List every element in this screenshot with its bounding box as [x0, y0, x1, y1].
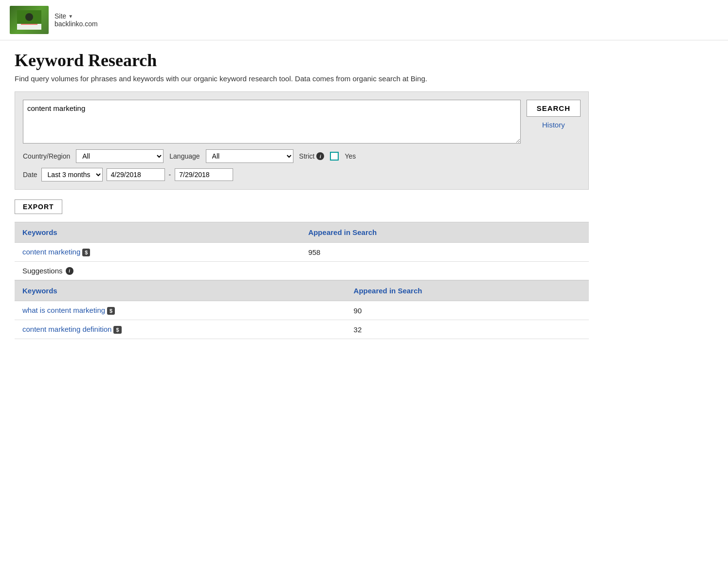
language-select[interactable]: All	[206, 149, 293, 163]
yes-label: Yes	[345, 152, 356, 160]
filter-row: Country/Region All Language All Strict i…	[23, 149, 581, 163]
suggestions-table-header-row: Keywords Appeared in Search	[15, 281, 589, 301]
search-button[interactable]: SEARCH	[527, 100, 581, 117]
country-region-select[interactable]: All	[76, 149, 164, 163]
suggestions-section-header: Suggestions i	[15, 262, 589, 280]
date-period-select[interactable]: Last 3 months Last month Last 6 months L…	[41, 168, 103, 181]
keyword-search-input[interactable]: content marketing	[23, 100, 521, 144]
appeared-count: 90	[346, 301, 589, 320]
keyword-link[interactable]: content marketing	[22, 248, 80, 256]
table-row: what is content marketing$90	[15, 301, 589, 320]
search-row: content marketing SEARCH History	[23, 100, 581, 144]
country-region-label: Country/Region	[23, 152, 70, 160]
date-row: Date Last 3 months Last month Last 6 mon…	[23, 168, 581, 181]
language-label: Language	[169, 152, 200, 160]
page-title: Keyword Research	[15, 50, 589, 71]
main-table-header-row: Keywords Appeared in Search	[15, 222, 589, 243]
dollar-badge: $	[82, 249, 90, 256]
export-row: EXPORT	[15, 199, 589, 214]
page-description: Find query volumes for phrases and keywo…	[15, 74, 589, 83]
main-results-table: Keywords Appeared in Search content mark…	[15, 222, 589, 262]
top-bar: Site ▼ backlinko.com	[0, 0, 728, 40]
dollar-badge: $	[107, 307, 115, 315]
date-label: Date	[23, 171, 37, 179]
date-end-input[interactable]	[175, 168, 233, 181]
table-row: content marketing$958	[15, 243, 589, 262]
site-dropdown-arrow: ▼	[68, 14, 73, 19]
main-table-keywords-header: Keywords	[15, 222, 300, 243]
svg-rect-3	[21, 24, 37, 25]
suggestions-table: Keywords Appeared in Search what is cont…	[15, 280, 589, 339]
suggestions-table-appeared-header: Appeared in Search	[346, 281, 589, 301]
keyword-cell: what is content marketing$	[15, 301, 346, 320]
strict-label: Strict i	[299, 152, 325, 160]
site-logo	[10, 6, 49, 34]
date-separator: -	[169, 171, 171, 179]
site-info: Site ▼ backlinko.com	[55, 12, 98, 28]
keyword-link[interactable]: what is content marketing	[22, 306, 105, 314]
main-content: Keyword Research Find query volumes for …	[0, 40, 603, 349]
suggestions-label: Suggestions	[22, 267, 63, 275]
suggestions-table-keywords-header: Keywords	[15, 281, 346, 301]
dollar-badge: $	[113, 326, 121, 334]
table-row: content marketing definition$32	[15, 320, 589, 339]
history-link[interactable]: History	[542, 121, 565, 129]
suggestions-info-icon[interactable]: i	[66, 267, 73, 275]
keyword-cell: content marketing$	[15, 243, 300, 262]
appeared-count: 958	[300, 243, 589, 262]
svg-point-2	[25, 13, 33, 21]
appeared-count: 32	[346, 320, 589, 339]
site-label-row[interactable]: Site ▼	[55, 12, 98, 20]
strict-checkbox[interactable]	[330, 152, 339, 161]
site-domain: backlinko.com	[55, 20, 98, 28]
date-start-input[interactable]	[107, 168, 165, 181]
site-text: Site	[55, 12, 66, 20]
keyword-cell: content marketing definition$	[15, 320, 346, 339]
keyword-link[interactable]: content marketing definition	[22, 325, 111, 333]
main-table-appeared-header: Appeared in Search	[300, 222, 589, 243]
search-buttons: SEARCH History	[527, 100, 581, 129]
export-button[interactable]: EXPORT	[15, 199, 62, 214]
search-panel: content marketing SEARCH History Country…	[15, 91, 589, 190]
strict-info-icon[interactable]: i	[316, 152, 324, 160]
